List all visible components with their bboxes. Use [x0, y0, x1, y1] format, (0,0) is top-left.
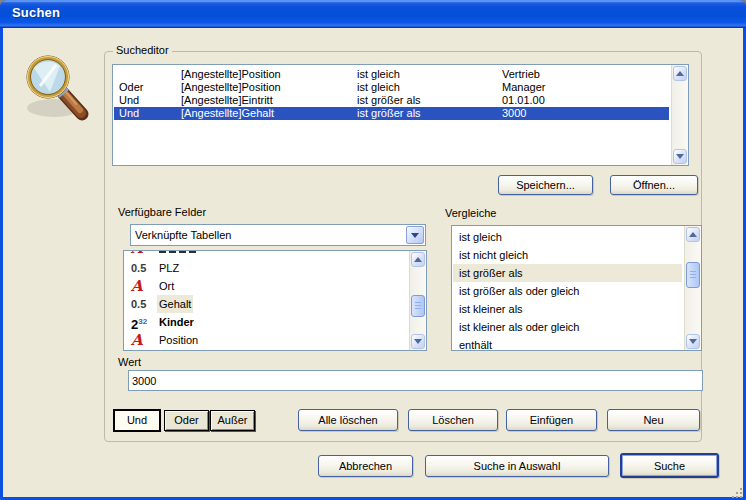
row-comparator: ist gleich: [357, 68, 400, 81]
resize-grip[interactable]: [732, 488, 734, 490]
value-label: Wert: [118, 356, 141, 368]
field-item-plz[interactable]: 0.5 PLZ: [125, 259, 407, 277]
save-button[interactable]: Speichern...: [498, 175, 593, 195]
clear-all-button[interactable]: Alle löschen: [298, 409, 398, 431]
condition-row-4-selected[interactable]: Und [Angestellte]Gehalt ist größer als 3…: [114, 107, 669, 120]
condition-row-1[interactable]: [Angestellte]Position ist gleich Vertrie…: [114, 68, 669, 81]
arrow-down-icon: [676, 154, 684, 159]
scroll-up-button[interactable]: [673, 66, 687, 81]
condition-list-scrollbar[interactable]: [671, 65, 688, 165]
arrow-down-icon: [414, 339, 422, 344]
delete-button[interactable]: Löschen: [408, 409, 498, 431]
arrow-up-icon: [414, 257, 422, 262]
search-button[interactable]: Suche: [620, 453, 719, 478]
search-in-selection-button[interactable]: Suche in Auswahl: [425, 455, 609, 477]
comparison-item[interactable]: ist kleiner als: [453, 300, 682, 318]
titlebar[interactable]: Suchen: [0, 0, 746, 28]
row-conjunction: Oder: [119, 81, 143, 94]
row-comparator: ist größer als: [357, 94, 421, 107]
row-comparator: ist größer als: [357, 107, 421, 120]
magnifier-icon: [18, 50, 98, 130]
real-type-icon: 0.5: [131, 295, 155, 313]
scroll-up-button[interactable]: [411, 252, 425, 267]
row-field: [Angestellte]Eintritt: [181, 94, 273, 107]
field-item-kinder[interactable]: 232 Kinder: [125, 313, 407, 331]
open-button[interactable]: Öffnen...: [610, 175, 698, 195]
comparison-item[interactable]: ist größer als oder gleich: [453, 282, 682, 300]
window-title: Suchen: [12, 5, 60, 20]
field-label: [157, 250, 199, 258]
groupbox-label: Sucheditor: [113, 44, 172, 56]
longint-exponent: 32: [138, 317, 147, 326]
real-type-icon: 0.5: [131, 259, 155, 277]
field-label: Kinder: [157, 313, 196, 331]
alpha-type-icon: A: [131, 277, 155, 295]
row-conjunction: Und: [119, 107, 139, 120]
arrow-down-icon: [689, 339, 697, 344]
cancel-button[interactable]: Abbrechen: [318, 455, 413, 477]
condition-row-3[interactable]: Und [Angestellte]Eintritt ist größer als…: [114, 94, 669, 107]
alpha-type-icon: A: [131, 331, 155, 349]
conjunction-und-button[interactable]: Und: [113, 409, 161, 432]
comparison-item[interactable]: ist nicht gleich: [453, 246, 682, 264]
suchen-dialog: Suchen Sucheditor [Angestellt: [0, 0, 746, 500]
comparison-item[interactable]: enthält: [453, 336, 682, 351]
comparisons-scrollbar[interactable]: [684, 226, 701, 350]
clipped-text: [159, 250, 197, 253]
row-field: [Angestellte]Gehalt: [181, 107, 274, 120]
fields-list[interactable]: A 0.5 PLZ A Ort 0.5 Gehalt 232 Kinder A …: [123, 250, 427, 351]
row-field: [Angestellte]Position: [181, 68, 281, 81]
field-label: Ort: [157, 277, 176, 295]
comparison-item[interactable]: ist gleich: [453, 228, 682, 246]
field-item-gehalt[interactable]: 0.5 Gehalt: [125, 295, 407, 313]
conjunction-oder-button[interactable]: Oder: [164, 410, 209, 431]
chevron-down-icon: [411, 233, 419, 238]
row-value: Vertrieb: [502, 68, 540, 81]
search-condition-list[interactable]: [Angestellte]Position ist gleich Vertrie…: [112, 64, 689, 166]
scroll-down-button[interactable]: [411, 334, 425, 349]
row-value: Manager: [502, 81, 545, 94]
available-fields-label: Verfügbare Felder: [118, 206, 206, 218]
dialog-body: Sucheditor [Angestellte]Position ist gle…: [3, 28, 743, 497]
arrow-up-icon: [676, 71, 684, 76]
field-label: PLZ: [157, 259, 181, 277]
field-item-position[interactable]: A Position: [125, 331, 407, 349]
comparisons-list[interactable]: ist gleich ist nicht gleich ist größer a…: [451, 225, 702, 351]
insert-button[interactable]: Einfügen: [506, 409, 597, 431]
comparison-item[interactable]: ist kleiner als oder gleich: [453, 318, 682, 336]
comparison-item-highlighted[interactable]: ist größer als: [453, 264, 682, 282]
condition-row-2[interactable]: Oder [Angestellte]Position ist gleich Ma…: [114, 81, 669, 94]
combobox-value: Verknüpfte Tabellen: [135, 229, 231, 241]
scroll-up-button[interactable]: [686, 227, 700, 242]
combobox-dropdown-button[interactable]: [406, 226, 424, 244]
row-field: [Angestellte]Position: [181, 81, 281, 94]
scroll-thumb[interactable]: [686, 262, 700, 288]
value-input[interactable]: [128, 370, 703, 391]
fields-table-combobox[interactable]: Verknüpfte Tabellen: [130, 224, 426, 246]
row-value: 01.01.00: [502, 94, 545, 107]
row-comparator: ist gleich: [357, 81, 400, 94]
new-button[interactable]: Neu: [607, 409, 700, 431]
scroll-down-button[interactable]: [673, 149, 687, 164]
row-conjunction: Und: [119, 94, 139, 107]
comparisons-label: Vergleiche: [445, 207, 496, 219]
scroll-down-button[interactable]: [686, 334, 700, 349]
scroll-thumb[interactable]: [411, 295, 425, 317]
arrow-up-icon: [689, 232, 697, 237]
field-label: Position: [157, 331, 200, 349]
field-item-ort[interactable]: A Ort: [125, 277, 407, 295]
field-label-highlighted: Gehalt: [157, 295, 193, 313]
alpha-type-icon: A: [131, 250, 155, 257]
field-item-partial[interactable]: A: [125, 250, 407, 257]
row-value: 3000: [502, 107, 526, 120]
conjunction-ausser-button[interactable]: Außer: [210, 410, 255, 431]
fields-list-scrollbar[interactable]: [409, 251, 426, 350]
